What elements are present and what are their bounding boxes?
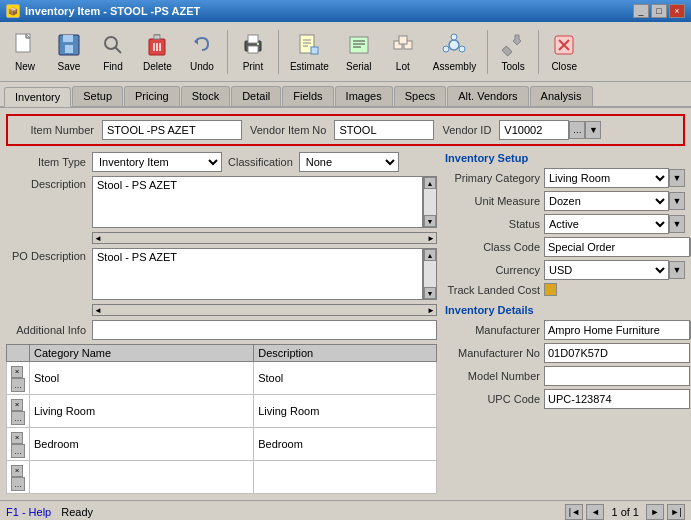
lot-button[interactable]: Lot bbox=[382, 28, 424, 75]
close-window-button[interactable]: × bbox=[669, 4, 685, 18]
hscroll-right[interactable]: ► bbox=[427, 234, 435, 243]
two-col-layout: Item Type Inventory Item Classification … bbox=[6, 152, 685, 494]
track-landed-row: Track Landed Cost bbox=[445, 283, 685, 296]
tab-setup[interactable]: Setup bbox=[72, 86, 123, 106]
tab-stock[interactable]: Stock bbox=[181, 86, 231, 106]
cat-browse-btn-4[interactable]: … bbox=[11, 477, 25, 491]
unit-measure-dropdown[interactable]: ▼ bbox=[669, 192, 685, 210]
svg-rect-19 bbox=[257, 43, 259, 45]
status-wrapper: Active ▼ bbox=[544, 214, 685, 234]
save-icon bbox=[55, 31, 83, 59]
scroll-up-arrow[interactable]: ▲ bbox=[424, 177, 436, 189]
maximize-button[interactable]: □ bbox=[651, 4, 667, 18]
status-dropdown[interactable]: ▼ bbox=[669, 215, 685, 233]
desc-hscroll-track: ◄ ► bbox=[92, 232, 437, 244]
print-button[interactable]: Print bbox=[232, 28, 274, 75]
model-number-row: Model Number bbox=[445, 366, 685, 386]
primary-category-dropdown[interactable]: ▼ bbox=[669, 169, 685, 187]
tools-button[interactable]: Tools bbox=[492, 28, 534, 75]
po-scroll-up-arrow[interactable]: ▲ bbox=[424, 249, 436, 261]
assembly-button[interactable]: Assembly bbox=[426, 28, 483, 75]
cat-desc-3: Bedroom bbox=[254, 428, 437, 461]
svg-point-32 bbox=[449, 40, 459, 50]
separator-3 bbox=[487, 30, 488, 74]
window-controls: _ □ × bbox=[633, 4, 685, 18]
currency-dropdown[interactable]: ▼ bbox=[669, 261, 685, 279]
cat-delete-btn-4[interactable]: × bbox=[11, 465, 23, 477]
nav-first-button[interactable]: |◄ bbox=[565, 504, 583, 520]
new-button[interactable]: New bbox=[4, 28, 46, 75]
serial-button[interactable]: Serial bbox=[338, 28, 380, 75]
cat-delete-btn-2[interactable]: × bbox=[11, 399, 23, 411]
po-hscroll-left[interactable]: ◄ bbox=[94, 306, 102, 315]
po-description-textarea[interactable] bbox=[92, 248, 423, 300]
nav-next-button[interactable]: ► bbox=[646, 504, 664, 520]
upc-code-input[interactable] bbox=[544, 389, 690, 409]
hscroll-left[interactable]: ◄ bbox=[94, 234, 102, 243]
manufacturer-no-input[interactable] bbox=[544, 343, 690, 363]
cat-delete-btn-3[interactable]: × bbox=[11, 432, 23, 444]
model-number-input[interactable] bbox=[544, 366, 690, 386]
track-landed-label: Track Landed Cost bbox=[445, 284, 540, 296]
manufacturer-input[interactable] bbox=[544, 320, 690, 340]
table-row: × … Living Room Living Room bbox=[7, 395, 437, 428]
separator-4 bbox=[538, 30, 539, 74]
primary-category-select[interactable]: Living Room bbox=[544, 168, 669, 188]
description-textarea[interactable] bbox=[92, 176, 423, 228]
item-number-input[interactable] bbox=[102, 120, 242, 140]
model-number-label: Model Number bbox=[445, 370, 540, 382]
nav-prev-button[interactable]: ◄ bbox=[586, 504, 604, 520]
help-link[interactable]: F1 - Help bbox=[6, 506, 51, 518]
status-text: Ready bbox=[61, 506, 93, 518]
track-landed-checkbox[interactable] bbox=[544, 283, 557, 296]
vendor-id-browse-button[interactable]: … bbox=[569, 121, 585, 139]
svg-rect-31 bbox=[399, 36, 407, 44]
status-left: F1 - Help Ready bbox=[6, 506, 93, 518]
unit-measure-select[interactable]: Dozen bbox=[544, 191, 669, 211]
tab-alt-vendors[interactable]: Alt. Vendors bbox=[447, 86, 528, 106]
class-code-wrapper: … ▼ bbox=[544, 237, 691, 257]
vendor-id-dropdown-button[interactable]: ▼ bbox=[585, 121, 601, 139]
title-bar: 📦 Inventory Item - STOOL -PS AZET _ □ × bbox=[0, 0, 691, 22]
vendor-item-no-input[interactable] bbox=[334, 120, 434, 140]
tab-analysis[interactable]: Analysis bbox=[530, 86, 593, 106]
cat-delete-btn-1[interactable]: × bbox=[11, 366, 23, 378]
additional-info-input[interactable] bbox=[92, 320, 437, 340]
delete-button[interactable]: Delete bbox=[136, 28, 179, 75]
tab-fields[interactable]: Fields bbox=[282, 86, 333, 106]
vendor-id-input[interactable] bbox=[499, 120, 569, 140]
classification-select[interactable]: None bbox=[299, 152, 399, 172]
currency-select[interactable]: USD bbox=[544, 260, 669, 280]
tab-images[interactable]: Images bbox=[335, 86, 393, 106]
manufacturer-row: Manufacturer … ▼ bbox=[445, 320, 685, 340]
page-info: 1 of 1 bbox=[611, 506, 639, 518]
class-code-input[interactable] bbox=[544, 237, 690, 257]
description-row: Description ▲ ▼ bbox=[6, 176, 437, 228]
tab-pricing[interactable]: Pricing bbox=[124, 86, 180, 106]
po-description-scrollbar: ▲ ▼ bbox=[423, 248, 437, 300]
table-row: × … Bedroom Bedroom bbox=[7, 428, 437, 461]
item-type-select[interactable]: Inventory Item bbox=[92, 152, 222, 172]
po-description-label: PO Description bbox=[6, 250, 86, 262]
currency-wrapper: USD ▼ bbox=[544, 260, 685, 280]
find-button[interactable]: Find bbox=[92, 28, 134, 75]
cat-browse-btn-3[interactable]: … bbox=[11, 444, 25, 458]
tab-detail[interactable]: Detail bbox=[231, 86, 281, 106]
po-hscroll-right[interactable]: ► bbox=[427, 306, 435, 315]
tab-inventory[interactable]: Inventory bbox=[4, 87, 71, 107]
scroll-down-arrow[interactable]: ▼ bbox=[424, 215, 436, 227]
po-hscroll-track: ◄ ► bbox=[92, 304, 437, 316]
cat-browse-btn-2[interactable]: … bbox=[11, 411, 25, 425]
save-button[interactable]: Save bbox=[48, 28, 90, 75]
close-toolbar-button[interactable]: Close bbox=[543, 28, 585, 75]
po-scroll-down-arrow[interactable]: ▼ bbox=[424, 287, 436, 299]
po-hscroll: ◄ ► bbox=[92, 304, 437, 316]
item-number-section: Item Number Vendor Item No Vendor ID … ▼ bbox=[6, 114, 685, 146]
minimize-button[interactable]: _ bbox=[633, 4, 649, 18]
tab-specs[interactable]: Specs bbox=[394, 86, 447, 106]
status-select[interactable]: Active bbox=[544, 214, 669, 234]
cat-browse-btn-1[interactable]: … bbox=[11, 378, 25, 392]
undo-button[interactable]: Undo bbox=[181, 28, 223, 75]
nav-last-button[interactable]: ►| bbox=[667, 504, 685, 520]
estimate-button[interactable]: Estimate bbox=[283, 28, 336, 75]
